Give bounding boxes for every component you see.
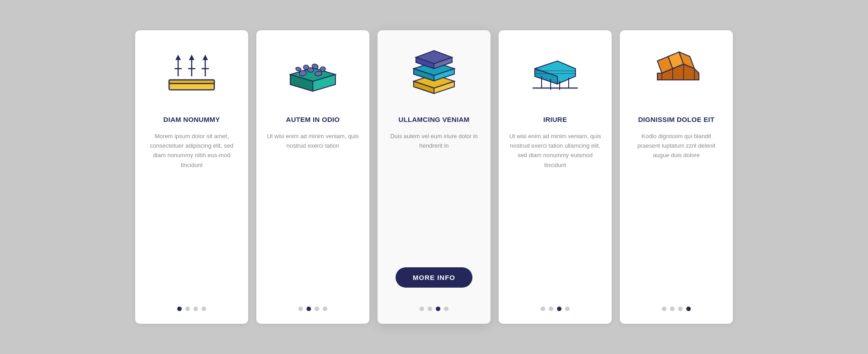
svg-point-16	[315, 71, 322, 76]
dot	[420, 307, 424, 311]
more-info-button[interactable]: MORE INFO	[396, 267, 472, 288]
card-5-title: DIGNISSIM DOLOE EIT	[638, 115, 714, 124]
dot	[323, 307, 327, 311]
card-3: ULLAMCING VENIAM Duis autem vel eum iriu…	[377, 30, 491, 324]
svg-marker-3	[175, 55, 181, 60]
dot	[670, 307, 675, 311]
dot	[686, 307, 691, 311]
card-2-title: AUTEM IN ODIO	[286, 115, 340, 124]
card-1-title: DIAM NONUMMY	[163, 115, 220, 124]
card-1-dots	[177, 307, 206, 311]
gravel-icon	[283, 44, 342, 102]
dot	[177, 307, 182, 311]
dot	[436, 307, 440, 311]
dot	[185, 307, 190, 311]
card-1: DIAM NONUMMY Morem ipsum dolor sit amet,…	[135, 30, 248, 324]
card-2-text: Ut wisi enim ad minim veniam, quis nostr…	[266, 131, 359, 296]
panel-icon	[526, 44, 585, 102]
cards-container: DIAM NONUMMY Morem ipsum dolor sit amet,…	[117, 17, 751, 337]
svg-rect-1	[169, 80, 214, 84]
svg-marker-5	[189, 55, 194, 60]
dot	[193, 307, 198, 311]
dot	[565, 307, 570, 311]
dot	[549, 307, 553, 311]
card-4-dots	[541, 307, 570, 311]
dot	[444, 307, 448, 311]
dot	[557, 307, 561, 311]
dot	[428, 307, 432, 311]
card-2-dots	[298, 307, 327, 311]
dot	[315, 307, 319, 311]
dot	[298, 307, 303, 311]
dot	[202, 307, 206, 311]
card-3-text: Duis autem vel eum iriure dolor in hendr…	[387, 131, 481, 258]
card-4-text: Ut wisi enim ad minim veniam, quis nostr…	[509, 131, 602, 296]
svg-point-17	[303, 65, 309, 70]
card-4: IRIURE Ut wisi enim ad minim veniam, qui…	[499, 30, 612, 324]
card-5-text: Kodio dignissim qui blandit praesent lup…	[630, 131, 723, 296]
card-5-dots	[662, 307, 691, 311]
card-3-dots	[420, 307, 448, 311]
dot	[678, 307, 683, 311]
evaporation-icon	[162, 44, 221, 102]
dot	[662, 307, 666, 311]
layers-icon	[405, 44, 463, 102]
card-4-title: IRIURE	[543, 115, 567, 124]
planks-icon	[647, 44, 706, 102]
card-3-title: ULLAMCING VENIAM	[398, 115, 469, 124]
card-2: AUTEM IN ODIO Ut wisi enim ad minim veni…	[256, 30, 369, 324]
dot	[307, 307, 311, 311]
dot	[541, 307, 545, 311]
card-5: DIGNISSIM DOLOE EIT Kodio dignissim qui …	[620, 30, 733, 324]
card-1-text: Morem ipsum dolor sit amet, consectetuer…	[145, 131, 238, 296]
svg-point-20	[295, 67, 302, 72]
svg-marker-7	[203, 55, 208, 60]
